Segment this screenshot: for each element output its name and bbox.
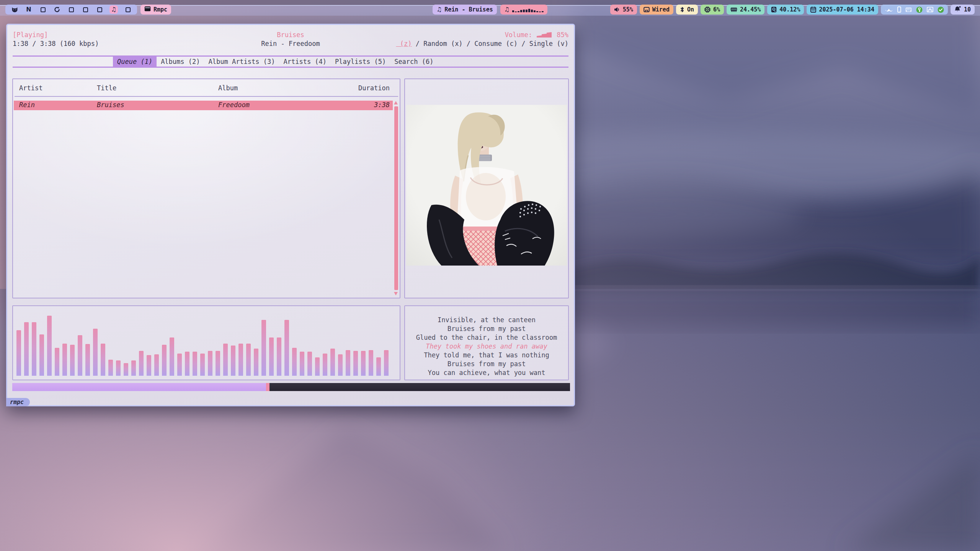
visualizer-bar [361,351,366,376]
status-bluetooth-value: On [687,6,694,13]
keyboard-icon[interactable] [905,7,912,12]
volume-label: Volume: [505,31,532,39]
toggle-separator: / [412,40,424,47]
tab-search[interactable]: Search (6) [390,57,438,67]
visualizer-bar [47,316,52,376]
visualizer-bar [315,357,320,376]
column-title: Title [97,84,116,92]
speaker-icon [614,7,620,12]
visualizer-bar [139,351,144,376]
mini-visualizer-bar [534,10,536,12]
audio-visualizer-widget[interactable]: ♫ [500,5,547,15]
random-toggle[interactable]: Random (x) [423,40,462,47]
visualizer-bar [346,350,350,376]
mini-visualizer-bar [512,10,514,12]
phone-icon[interactable] [897,7,901,13]
tab-playlists[interactable]: Playlists (5) [331,57,390,67]
bell-icon [954,6,961,14]
workspace-5-empty-workspace-icon[interactable] [67,5,75,14]
visualizer-bar [101,344,105,376]
bluetooth-icon [680,7,684,13]
visualizer-bar [116,360,121,376]
scroll-up-arrow[interactable] [394,101,398,104]
toggle-separator: / [518,40,529,47]
visualizer-bar [277,337,281,376]
visualizer-bar [162,345,167,376]
terminal-icon [144,6,151,13]
visualizer-bar [338,354,343,376]
visualizer-bar [300,352,304,376]
ethernet-port-icon [644,7,650,12]
workspace-2-neovim-icon[interactable]: N [24,5,33,14]
progress-marker[interactable] [266,383,270,391]
status-network[interactable]: Wired [640,5,673,15]
notifications-widget[interactable]: 10 [951,5,975,15]
visualizer-bar [384,350,389,376]
column-album: Album [218,84,238,92]
lyric-line-current: They took my shoes and ran away [405,342,568,351]
status-memory[interactable]: 24.45% [727,5,764,15]
status-volume[interactable]: 55% [610,5,637,15]
visualizer-bar [177,354,182,376]
queue-row-current[interactable]: Rein Bruises Freedoom 3:38 [14,101,393,110]
active-window-button[interactable]: Rmpc [140,5,171,15]
workspace-3-empty-workspace-icon[interactable] [39,5,47,14]
visualizer-bar [307,352,312,376]
visualizer-bar [131,360,136,376]
tab-bar: Queue (1) Albums (2) Album Artists (3) A… [13,55,568,68]
status-disk[interactable]: 40.12% [767,5,804,15]
lyrics-panel[interactable]: Invisible, at the canteen Bruises from m… [404,305,569,380]
now-playing-widget[interactable]: ♫ Rein - Bruises [433,5,497,15]
lyric-line: Glued to the chair, in the classroom [405,333,568,342]
visualizer-bar [323,354,327,376]
rmpc-window: [Playing] 1:38 / 3:38 (160 kbps) Bruises… [6,24,575,406]
visualizer-bar [330,349,335,376]
check-circle-icon[interactable] [938,7,944,13]
visualizer-bar [216,351,220,376]
queue-scrollbar[interactable] [394,100,399,296]
scrollbar-thumb[interactable] [394,106,398,290]
visualizer-bar [193,352,197,376]
mini-visualizer-bar [536,11,538,12]
workspace-8-music-note-icon[interactable]: ♫ [109,5,118,14]
workspace-4-browser-icon[interactable] [53,5,61,14]
repeat-toggle[interactable]: (z) [396,40,412,47]
tab-queue[interactable]: Queue (1) [113,57,157,67]
status-memory-value: 24.45% [740,6,761,13]
volume-line: Volume: 85% [396,31,568,39]
cell-artist: Rein [19,101,35,109]
visualizer-bar [55,348,59,376]
workspace-1-cat-icon[interactable] [10,5,19,14]
tab-albums[interactable]: Albums (2) [157,57,204,67]
visualizer-bar [292,348,297,376]
scroll-down-arrow[interactable] [394,292,398,295]
tab-artists[interactable]: Artists (4) [279,57,331,67]
status-clock[interactable]: 2025-07-06 14:34 [807,5,878,15]
workspace-7-empty-workspace-icon[interactable] [95,5,104,14]
workspace-9-empty-workspace-icon[interactable] [124,5,132,14]
mini-visualizer-bar [520,10,522,12]
player-controls-block: Volume: 85% (z) / Random (x) / Consume (… [396,31,568,57]
single-toggle[interactable]: Single (v) [529,40,568,47]
keepass-key-icon[interactable] [916,7,923,13]
mini-visualizer-bars [512,7,544,12]
lyric-line: Bruises from my past [405,360,568,368]
status-cpu[interactable]: 6% [701,5,724,15]
visualizer-panel [12,305,400,380]
column-duration: Duration [358,84,390,92]
lyric-line: You can achieve, what you want [405,368,568,377]
progress-fill [12,383,266,391]
mustache-icon[interactable] [885,8,893,11]
system-tray[interactable] [881,5,948,15]
ethernet-icon[interactable] [927,7,933,12]
visualizer-bar [62,344,67,376]
visualizer-bar [32,322,36,376]
consume-toggle[interactable]: Consume (c) [474,40,518,47]
desktop: N♫ Rmpc ♫ Rein - Bruises ♫ 55%WiredOn6%2… [0,0,980,551]
tab-album-artists[interactable]: Album Artists (3) [204,57,279,67]
status-bluetooth[interactable]: On [676,5,698,15]
workspace-6-empty-workspace-icon[interactable] [81,5,90,14]
taskbar-center: ♫ Rein - Bruises ♫ [433,5,547,15]
visualizer-bar [200,354,205,376]
progress-bar[interactable] [12,383,570,391]
